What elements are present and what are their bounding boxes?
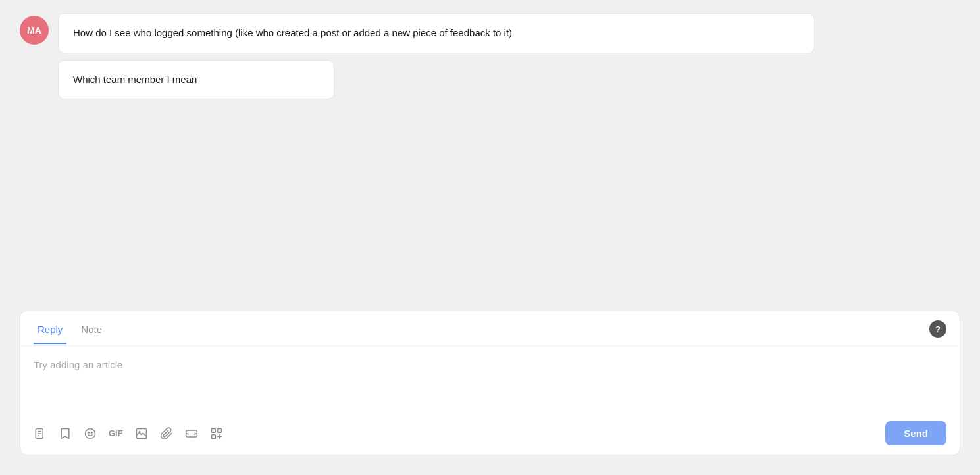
help-icon[interactable]: ?	[929, 320, 946, 338]
messages-area: MA How do I see who logged something (li…	[20, 13, 960, 311]
svg-point-6	[91, 432, 93, 433]
send-button[interactable]: Send	[885, 421, 946, 445]
message-bubble-2: Which team member I mean	[58, 60, 334, 100]
main-container: MA How do I see who logged something (li…	[0, 0, 980, 475]
tab-reply[interactable]: Reply	[34, 324, 66, 344]
tab-note[interactable]: Note	[77, 324, 106, 344]
avatar: MA	[20, 16, 49, 45]
svg-point-4	[86, 428, 95, 438]
apps-icon[interactable]	[210, 427, 223, 440]
svg-rect-15	[217, 428, 221, 432]
reply-area: Reply Note ? Try adding an article	[20, 311, 960, 455]
image-icon[interactable]	[135, 427, 148, 440]
reply-content[interactable]: Try adding an article	[20, 346, 960, 412]
reply-toolbar: GIF	[20, 412, 960, 455]
gif-icon[interactable]: GIF	[109, 428, 123, 438]
bookmark-icon[interactable]	[59, 427, 72, 440]
message-row-1: MA How do I see who logged something (li…	[20, 13, 960, 99]
message-bubble-group: How do I see who logged something (like …	[58, 13, 960, 99]
reply-tabs: Reply Note ?	[20, 311, 960, 346]
ticket-icon[interactable]	[185, 427, 198, 440]
emoji-icon[interactable]	[84, 427, 97, 440]
svg-rect-16	[211, 434, 215, 438]
svg-rect-14	[211, 428, 215, 432]
reply-placeholder: Try adding an article	[34, 359, 946, 370]
document-icon[interactable]	[34, 427, 47, 440]
svg-point-5	[88, 432, 90, 433]
attachment-icon[interactable]	[160, 427, 173, 440]
message-bubble-1: How do I see who logged something (like …	[58, 13, 815, 53]
